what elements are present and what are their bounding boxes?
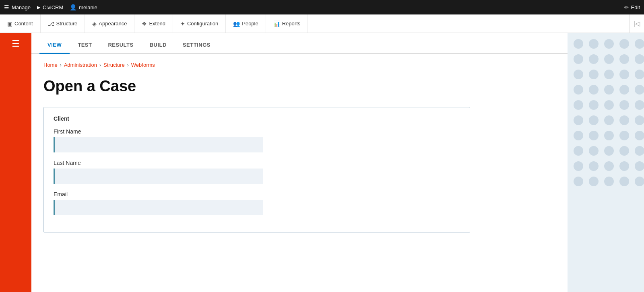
last-name-input[interactable] — [54, 169, 263, 184]
nav-appearance-label: Appearance — [99, 21, 127, 27]
dot — [635, 161, 644, 171]
sidebar-menu-icon[interactable]: ☰ — [12, 39, 20, 49]
dot — [619, 161, 629, 171]
nav-content-label: Content — [14, 21, 33, 27]
tab-settings[interactable]: SETTINGS — [175, 37, 219, 54]
dot — [635, 146, 644, 156]
dot — [635, 85, 644, 95]
user-icon: 👤 — [70, 4, 76, 10]
sidebar: ☰ — [0, 33, 31, 292]
first-name-input[interactable] — [54, 137, 263, 152]
breadcrumb-sep-2: › — [99, 62, 101, 68]
dot — [589, 54, 599, 64]
main-content: VIEW TEST RESULTS BUILD SETTINGS Home › … — [31, 33, 568, 292]
extend-icon: ❖ — [142, 21, 147, 27]
pencil-icon: ✏ — [624, 4, 629, 10]
tab-build[interactable]: BUILD — [142, 37, 175, 54]
content-icon: ▣ — [7, 21, 12, 27]
dot — [619, 70, 629, 79]
nav-bar: ▣ Content ⎇ Structure ◈ Appearance ❖ Ext… — [0, 14, 644, 33]
dot — [574, 54, 583, 64]
page-title: Open a Case — [43, 78, 555, 95]
email-group: Email — [54, 191, 460, 215]
dot — [589, 146, 599, 156]
nav-configuration-label: Configuration — [187, 21, 218, 27]
dot — [604, 54, 614, 64]
breadcrumb-administration[interactable]: Administration — [64, 62, 97, 68]
dot — [589, 70, 599, 79]
form-section-title: Client — [54, 115, 460, 122]
play-icon: ▶ — [37, 5, 40, 10]
manage-menu[interactable]: ☰ Manage — [4, 4, 31, 10]
dot — [604, 39, 614, 49]
nav-appearance[interactable]: ◈ Appearance — [85, 14, 134, 33]
tab-test[interactable]: TEST — [70, 37, 100, 54]
dot — [635, 177, 644, 186]
dot — [574, 70, 583, 79]
configuration-icon: ✦ — [180, 21, 185, 27]
edit-label: Edit — [631, 4, 640, 10]
dot — [574, 115, 583, 125]
dot — [604, 146, 614, 156]
breadcrumb-home[interactable]: Home — [43, 62, 58, 68]
content-area: Home › Administration › Structure › Webf… — [31, 54, 568, 292]
manage-label: Manage — [12, 4, 31, 10]
dot — [635, 115, 644, 125]
tab-view[interactable]: VIEW — [39, 37, 70, 54]
email-label: Email — [54, 191, 460, 197]
last-name-label: Last Name — [54, 160, 460, 166]
reports-icon: 📊 — [273, 21, 280, 27]
nav-configuration[interactable]: ✦ Configuration — [173, 14, 226, 33]
dot — [574, 100, 583, 110]
form-card: Client First Name Last Name Email — [43, 107, 470, 232]
breadcrumb-webforms[interactable]: Webforms — [131, 62, 155, 68]
breadcrumb-sep-3: › — [127, 62, 129, 68]
nav-content[interactable]: ▣ Content — [0, 14, 41, 33]
dot — [589, 39, 599, 49]
hamburger-icon: ☰ — [4, 4, 9, 10]
dot — [589, 131, 599, 140]
breadcrumb-sep-1: › — [60, 62, 62, 68]
appearance-icon: ◈ — [92, 21, 97, 27]
civicrm-label: CiviCRM — [43, 4, 63, 10]
dot — [604, 115, 614, 125]
dot — [635, 131, 644, 140]
dot — [635, 70, 644, 79]
dot — [574, 39, 583, 49]
people-icon: 👥 — [233, 21, 240, 27]
email-input[interactable] — [54, 200, 263, 215]
dot — [574, 177, 583, 186]
collapse-icon: |◁ — [634, 20, 640, 27]
dot — [635, 39, 644, 49]
tab-results[interactable]: RESULTS — [100, 37, 141, 54]
dot — [604, 100, 614, 110]
dot — [574, 161, 583, 171]
nav-people-label: People — [242, 21, 258, 27]
nav-reports-label: Reports — [282, 21, 301, 27]
nav-reports[interactable]: 📊 Reports — [266, 14, 308, 33]
breadcrumb: Home › Administration › Structure › Webf… — [43, 62, 555, 68]
nav-extend[interactable]: ❖ Extend — [134, 14, 173, 33]
nav-bar-toggle[interactable]: |◁ — [629, 14, 644, 33]
dot — [619, 85, 629, 95]
breadcrumb-structure[interactable]: Structure — [103, 62, 125, 68]
dot — [574, 146, 583, 156]
user-label: melanie — [79, 4, 97, 10]
civicrm-logo[interactable]: ▶ CiviCRM — [37, 4, 63, 10]
dot — [619, 54, 629, 64]
dot — [604, 85, 614, 95]
dot — [604, 131, 614, 140]
nav-structure[interactable]: ⎇ Structure — [41, 14, 85, 33]
nav-people[interactable]: 👥 People — [226, 14, 266, 33]
dot — [619, 115, 629, 125]
dot — [589, 100, 599, 110]
nav-structure-label: Structure — [56, 21, 78, 27]
edit-button[interactable]: ✏ Edit — [624, 4, 640, 10]
dot — [604, 177, 614, 186]
first-name-group: First Name — [54, 128, 460, 152]
structure-icon: ⎇ — [48, 21, 54, 27]
dot — [604, 161, 614, 171]
dot — [619, 146, 629, 156]
dot — [604, 70, 614, 79]
user-menu[interactable]: 👤 melanie — [70, 4, 97, 10]
